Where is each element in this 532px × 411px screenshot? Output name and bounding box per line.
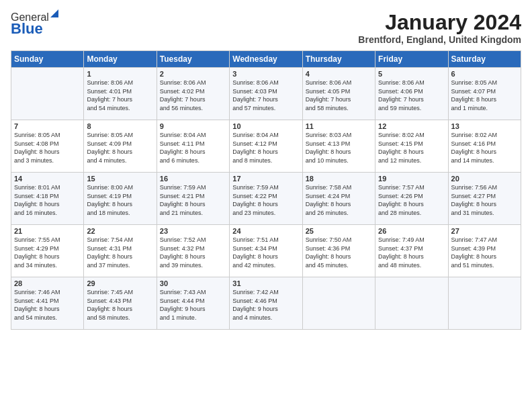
calendar-cell-1-5: 12Sunrise: 8:02 AMSunset: 4:15 PMDayligh… bbox=[375, 120, 448, 173]
calendar-cell-1-0: 7Sunrise: 8:05 AMSunset: 4:08 PMDaylight… bbox=[11, 120, 84, 173]
header-row: Sunday Monday Tuesday Wednesday Thursday… bbox=[11, 51, 521, 68]
day-info: Sunrise: 8:06 AMSunset: 4:01 PMDaylight:… bbox=[87, 79, 153, 112]
day-info: Sunrise: 8:02 AMSunset: 4:16 PMDaylight:… bbox=[451, 131, 518, 165]
day-number: 11 bbox=[306, 122, 372, 130]
calendar-cell-0-3: 3Sunrise: 8:06 AMSunset: 4:03 PMDaylight… bbox=[230, 68, 302, 120]
calendar-week-4: 28Sunrise: 7:46 AMSunset: 4:41 PMDayligh… bbox=[11, 277, 521, 330]
calendar-cell-1-3: 10Sunrise: 8:04 AMSunset: 4:12 PMDayligh… bbox=[230, 120, 302, 173]
calendar-cell-3-1: 22Sunrise: 7:54 AMSunset: 4:31 PMDayligh… bbox=[84, 225, 157, 277]
day-number: 2 bbox=[160, 70, 226, 78]
month-title: January 2024 bbox=[358, 11, 521, 34]
day-number: 31 bbox=[232, 279, 299, 287]
day-info: Sunrise: 8:01 AMSunset: 4:18 PMDaylight:… bbox=[14, 183, 81, 217]
day-info: Sunrise: 7:57 AMSunset: 4:26 PMDaylight:… bbox=[378, 183, 445, 217]
col-thursday: Thursday bbox=[302, 51, 375, 68]
calendar-cell-0-6: 6Sunrise: 8:05 AMSunset: 4:07 PMDaylight… bbox=[448, 68, 521, 120]
day-info: Sunrise: 8:03 AMSunset: 4:13 PMDaylight:… bbox=[306, 131, 372, 165]
day-number: 21 bbox=[14, 227, 81, 235]
day-number: 3 bbox=[232, 70, 299, 78]
day-info: Sunrise: 7:50 AMSunset: 4:36 PMDaylight:… bbox=[306, 236, 372, 269]
title-block: January 2024 Brentford, England, United … bbox=[358, 11, 521, 45]
calendar-cell-4-4 bbox=[302, 277, 375, 330]
calendar-cell-3-4: 25Sunrise: 7:50 AMSunset: 4:36 PMDayligh… bbox=[302, 225, 375, 277]
header: General Blue January 2024 Brentford, Eng… bbox=[11, 11, 521, 45]
day-info: Sunrise: 7:42 AMSunset: 4:46 PMDaylight:… bbox=[232, 288, 299, 322]
day-number: 26 bbox=[378, 227, 445, 235]
day-number: 27 bbox=[451, 227, 518, 235]
calendar-cell-2-3: 17Sunrise: 7:59 AMSunset: 4:22 PMDayligh… bbox=[230, 173, 302, 225]
calendar-cell-0-5: 5Sunrise: 8:06 AMSunset: 4:06 PMDaylight… bbox=[375, 68, 448, 120]
day-number: 19 bbox=[378, 175, 445, 183]
day-number: 16 bbox=[160, 175, 226, 183]
calendar-cell-2-2: 16Sunrise: 7:59 AMSunset: 4:21 PMDayligh… bbox=[157, 173, 229, 225]
day-number: 29 bbox=[87, 279, 153, 287]
day-info: Sunrise: 8:05 AMSunset: 4:08 PMDaylight:… bbox=[14, 131, 81, 165]
day-number: 6 bbox=[451, 70, 518, 78]
day-number: 4 bbox=[306, 70, 372, 78]
day-number: 24 bbox=[232, 227, 299, 235]
main-container: General Blue January 2024 Brentford, Eng… bbox=[0, 0, 532, 411]
day-info: Sunrise: 7:46 AMSunset: 4:41 PMDaylight:… bbox=[14, 288, 81, 322]
day-number: 22 bbox=[87, 227, 153, 235]
calendar-cell-0-2: 2Sunrise: 8:06 AMSunset: 4:02 PMDaylight… bbox=[157, 68, 229, 120]
day-number: 9 bbox=[160, 122, 226, 130]
day-number: 10 bbox=[232, 122, 299, 130]
logo-triangle-icon bbox=[49, 8, 60, 19]
day-info: Sunrise: 8:06 AMSunset: 4:02 PMDaylight:… bbox=[160, 79, 226, 112]
day-info: Sunrise: 8:06 AMSunset: 4:05 PMDaylight:… bbox=[306, 79, 372, 112]
calendar-cell-0-4: 4Sunrise: 8:06 AMSunset: 4:05 PMDaylight… bbox=[302, 68, 375, 120]
calendar-cell-2-4: 18Sunrise: 7:58 AMSunset: 4:24 PMDayligh… bbox=[302, 173, 375, 225]
col-friday: Friday bbox=[375, 51, 448, 68]
calendar-cell-3-5: 26Sunrise: 7:49 AMSunset: 4:37 PMDayligh… bbox=[375, 225, 448, 277]
day-number: 28 bbox=[14, 279, 81, 287]
calendar-cell-1-4: 11Sunrise: 8:03 AMSunset: 4:13 PMDayligh… bbox=[302, 120, 375, 173]
day-info: Sunrise: 7:56 AMSunset: 4:27 PMDaylight:… bbox=[451, 183, 518, 217]
day-number: 30 bbox=[160, 279, 226, 287]
calendar-cell-4-2: 30Sunrise: 7:43 AMSunset: 4:44 PMDayligh… bbox=[157, 277, 229, 330]
calendar-cell-3-3: 24Sunrise: 7:51 AMSunset: 4:34 PMDayligh… bbox=[230, 225, 302, 277]
day-info: Sunrise: 7:59 AMSunset: 4:22 PMDaylight:… bbox=[232, 183, 299, 217]
day-info: Sunrise: 7:59 AMSunset: 4:21 PMDaylight:… bbox=[160, 183, 226, 217]
day-info: Sunrise: 8:05 AMSunset: 4:07 PMDaylight:… bbox=[451, 79, 518, 112]
day-number: 17 bbox=[232, 175, 299, 183]
logo: General Blue bbox=[11, 11, 60, 38]
calendar-table: Sunday Monday Tuesday Wednesday Thursday… bbox=[11, 50, 521, 330]
day-number: 13 bbox=[451, 122, 518, 130]
day-info: Sunrise: 8:04 AMSunset: 4:11 PMDaylight:… bbox=[160, 131, 226, 165]
day-number: 5 bbox=[378, 70, 445, 78]
logo-blue-text: Blue bbox=[11, 20, 43, 38]
calendar-cell-0-0 bbox=[11, 68, 84, 120]
calendar-week-0: 1Sunrise: 8:06 AMSunset: 4:01 PMDaylight… bbox=[11, 68, 521, 120]
calendar-cell-2-1: 15Sunrise: 8:00 AMSunset: 4:19 PMDayligh… bbox=[84, 173, 157, 225]
calendar-week-2: 14Sunrise: 8:01 AMSunset: 4:18 PMDayligh… bbox=[11, 173, 521, 225]
day-info: Sunrise: 7:54 AMSunset: 4:31 PMDaylight:… bbox=[87, 236, 153, 269]
day-info: Sunrise: 7:49 AMSunset: 4:37 PMDaylight:… bbox=[378, 236, 445, 269]
col-tuesday: Tuesday bbox=[157, 51, 229, 68]
day-number: 14 bbox=[14, 175, 81, 183]
day-number: 8 bbox=[87, 122, 153, 130]
day-info: Sunrise: 7:47 AMSunset: 4:39 PMDaylight:… bbox=[451, 236, 518, 269]
day-info: Sunrise: 8:06 AMSunset: 4:03 PMDaylight:… bbox=[232, 79, 299, 112]
day-number: 18 bbox=[306, 175, 372, 183]
day-info: Sunrise: 8:05 AMSunset: 4:09 PMDaylight:… bbox=[87, 131, 153, 165]
calendar-cell-4-0: 28Sunrise: 7:46 AMSunset: 4:41 PMDayligh… bbox=[11, 277, 84, 330]
day-info: Sunrise: 8:02 AMSunset: 4:15 PMDaylight:… bbox=[378, 131, 445, 165]
calendar-cell-2-5: 19Sunrise: 7:57 AMSunset: 4:26 PMDayligh… bbox=[375, 173, 448, 225]
calendar-cell-4-6 bbox=[448, 277, 521, 330]
location: Brentford, England, United Kingdom bbox=[358, 34, 521, 45]
day-number: 25 bbox=[306, 227, 372, 235]
calendar-body: 1Sunrise: 8:06 AMSunset: 4:01 PMDaylight… bbox=[11, 68, 521, 330]
day-info: Sunrise: 8:04 AMSunset: 4:12 PMDaylight:… bbox=[232, 131, 299, 165]
day-info: Sunrise: 8:06 AMSunset: 4:06 PMDaylight:… bbox=[378, 79, 445, 112]
day-info: Sunrise: 7:52 AMSunset: 4:32 PMDaylight:… bbox=[160, 236, 226, 269]
day-number: 20 bbox=[451, 175, 518, 183]
calendar-cell-4-1: 29Sunrise: 7:45 AMSunset: 4:43 PMDayligh… bbox=[84, 277, 157, 330]
calendar-cell-1-2: 9Sunrise: 8:04 AMSunset: 4:11 PMDaylight… bbox=[157, 120, 229, 173]
col-sunday: Sunday bbox=[11, 51, 84, 68]
day-info: Sunrise: 7:55 AMSunset: 4:29 PMDaylight:… bbox=[14, 236, 81, 269]
calendar-cell-0-1: 1Sunrise: 8:06 AMSunset: 4:01 PMDaylight… bbox=[84, 68, 157, 120]
day-info: Sunrise: 8:00 AMSunset: 4:19 PMDaylight:… bbox=[87, 183, 153, 217]
day-info: Sunrise: 7:51 AMSunset: 4:34 PMDaylight:… bbox=[232, 236, 299, 269]
calendar-cell-3-0: 21Sunrise: 7:55 AMSunset: 4:29 PMDayligh… bbox=[11, 225, 84, 277]
calendar-cell-2-6: 20Sunrise: 7:56 AMSunset: 4:27 PMDayligh… bbox=[448, 173, 521, 225]
